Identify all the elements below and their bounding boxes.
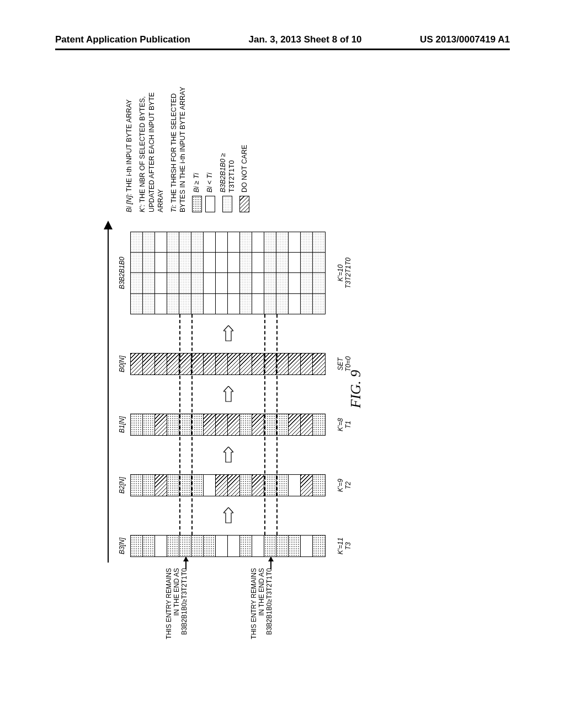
figure-label: FIG. 9: [348, 370, 364, 408]
step-arrow-3: [223, 386, 233, 403]
dash-line-lower-bot: [276, 314, 278, 535]
swatch-dnc-icon: [239, 196, 249, 212]
legend-row-lt: Bi < Ti: [205, 80, 215, 212]
col-combined-bottom: K'=10T3T2T1T0: [337, 232, 352, 314]
callout-arrow-upper: [185, 557, 186, 569]
process-arrow: [105, 221, 111, 563]
swatch-ge-icon: [192, 196, 202, 212]
legend-row-dnc: DO NOT CARE: [239, 80, 249, 212]
col-b3-label: B3[N]: [118, 535, 126, 557]
col-b3-bottom: K'=11T3: [337, 535, 352, 557]
header-right: US 2013/0007419 A1: [420, 34, 510, 45]
legend-def-k: K': THE NBR OF SELECTED BYTES, UPDATED A…: [138, 80, 165, 212]
legend-def-bi: Bi [N]: THE i-th INPUT BYTE ARRAY: [125, 80, 134, 212]
col-b0-label: B0[N]: [118, 353, 126, 375]
legend-def-ti: Ti: THE THRSH FOR THE SELECTED BYTES IN …: [169, 80, 188, 212]
col-b1-cells: [130, 414, 326, 436]
dash-line-upper-bot: [191, 314, 193, 535]
swatch-lt-icon: [205, 196, 215, 212]
callout-arrow-lower: [270, 557, 271, 569]
step-arrow-1: [223, 507, 233, 524]
step-arrow-4: [223, 325, 233, 342]
callout-upper: THIS ENTRY REMAINS IN THE END AS B3B2B1B…: [166, 568, 188, 645]
col-b1-label: B1[N]: [118, 414, 126, 436]
col-b2-label: B2[N]: [118, 474, 126, 496]
col-b2-cells: [130, 474, 326, 496]
col-combined-label: B3B2B1B0: [118, 232, 126, 314]
header-center: Jan. 3, 2013 Sheet 8 of 10: [249, 34, 362, 45]
col-combined-cells: [130, 232, 326, 314]
dash-line-upper-top: [179, 314, 180, 535]
col-b3-cells: [130, 535, 326, 557]
page-header: Patent Application Publication Jan. 3, 2…: [0, 34, 565, 45]
swatch-comb-icon: [222, 196, 232, 212]
figure-9: B3[N] K'=11T3 B2[N] K'=9T2: [55, 88, 510, 651]
col-b2-bottom: K'=9T2: [337, 474, 352, 496]
header-rule: [55, 49, 510, 50]
col-b1-bottom: K'=8T1: [337, 414, 352, 436]
step-arrow-2: [223, 447, 233, 463]
legend-row-ge: Bi ≥ Ti: [192, 80, 202, 212]
legend: Bi [N]: THE i-th INPUT BYTE ARRAY K': TH…: [125, 80, 253, 212]
header-left: Patent Application Publication: [55, 34, 190, 45]
callout-lower: THIS ENTRY REMAINS IN THE END AS B3B2B1B…: [250, 568, 273, 645]
dash-line-lower-top: [264, 314, 265, 535]
legend-row-comb: B3B2B1B0 ≥T3T2T1T0: [218, 80, 237, 212]
col-b0-cells: [130, 353, 326, 375]
